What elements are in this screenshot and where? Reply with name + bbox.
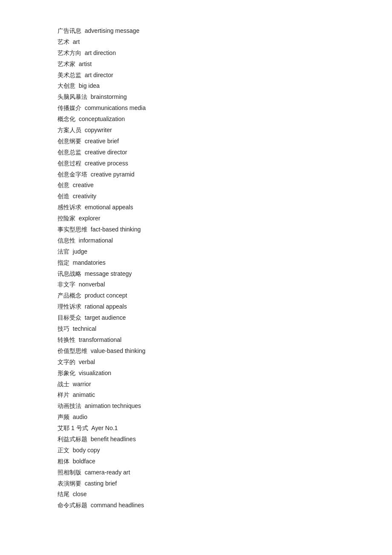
list-item: 指定 mandatories bbox=[58, 257, 334, 269]
term-english: rational appeals bbox=[85, 303, 127, 310]
term-english: creativity bbox=[73, 193, 96, 199]
term-chinese: 法官 bbox=[58, 248, 73, 255]
term-chinese: 感性诉求 bbox=[58, 204, 85, 211]
term-english: warrior bbox=[73, 381, 91, 387]
term-chinese: 指定 bbox=[58, 259, 73, 266]
term-chinese: 战士 bbox=[58, 381, 73, 387]
list-item: 非文字 nonverbal bbox=[58, 279, 334, 290]
term-chinese: 目标受众 bbox=[58, 314, 85, 321]
term-english: audio bbox=[73, 413, 87, 420]
term-chinese: 创意总监 bbox=[58, 149, 85, 156]
list-item: 技巧 technical bbox=[58, 324, 334, 335]
term-english: emotional appeals bbox=[85, 204, 133, 211]
list-item: 概念化 conceptualization bbox=[58, 114, 334, 125]
list-item: 艺术方向 art direction bbox=[58, 48, 334, 59]
term-chinese: 转换性 bbox=[58, 336, 79, 343]
list-item: 战士 warrior bbox=[58, 379, 334, 390]
list-item: 控险家 explorer bbox=[58, 213, 334, 224]
term-english: fact-based thinking bbox=[91, 226, 141, 233]
term-chinese: 文字的 bbox=[58, 358, 79, 365]
list-item: 法官 judge bbox=[58, 246, 334, 257]
term-english: animation techniques bbox=[85, 402, 141, 409]
list-item: 美术总监 art director bbox=[58, 70, 334, 81]
list-item: 理性诉求 rational appeals bbox=[58, 301, 334, 312]
list-item: 艾耶 1 号式 Ayer No.1 bbox=[58, 423, 334, 434]
list-item: 利益式标题 benefit headlines bbox=[58, 434, 334, 445]
term-chinese: 价值型思维 bbox=[58, 347, 91, 354]
list-item: 文字的 verbal bbox=[58, 357, 334, 368]
list-item: 创意总监 creative director bbox=[58, 147, 334, 158]
term-english: creative director bbox=[85, 149, 127, 156]
term-chinese: 讯息战略 bbox=[58, 270, 85, 277]
term-chinese: 事实型思维 bbox=[58, 226, 91, 233]
term-chinese: 命令式标题 bbox=[58, 502, 91, 509]
list-item: 粗体 boldface bbox=[58, 456, 334, 467]
term-english: body copy bbox=[73, 447, 100, 454]
term-english: informational bbox=[79, 237, 113, 244]
term-chinese: 艺术家 bbox=[58, 61, 79, 67]
term-english: target audience bbox=[85, 314, 126, 321]
term-english: casting brief bbox=[85, 480, 117, 487]
term-chinese: 形象化 bbox=[58, 370, 79, 376]
term-english: verbal bbox=[79, 358, 95, 365]
term-english: value-based thinking bbox=[91, 347, 145, 354]
list-item: 广告讯息 advertising message bbox=[58, 26, 334, 37]
list-item: 创意纲要 creative brief bbox=[58, 136, 334, 147]
term-chinese: 创意金字塔 bbox=[58, 171, 91, 178]
list-item: 产品概念 product concept bbox=[58, 290, 334, 301]
term-english: technical bbox=[73, 325, 96, 332]
term-list: 广告讯息 advertising message艺术 art艺术方向 art d… bbox=[58, 26, 334, 511]
term-chinese: 艺术方向 bbox=[58, 49, 85, 56]
term-english: judge bbox=[73, 248, 87, 255]
term-english: boldface bbox=[73, 458, 95, 465]
term-chinese: 粗体 bbox=[58, 458, 73, 465]
list-item: 照相制版 camera-ready art bbox=[58, 467, 334, 478]
list-item: 动画技法 animation techniques bbox=[58, 401, 334, 412]
list-item: 正文 body copy bbox=[58, 445, 334, 456]
list-item: 大创意 big idea bbox=[58, 81, 334, 92]
term-chinese: 照相制版 bbox=[58, 469, 85, 476]
term-english: nonverbal bbox=[79, 281, 105, 288]
term-chinese: 表演纲要 bbox=[58, 480, 85, 487]
term-english: Ayer No.1 bbox=[91, 425, 118, 431]
list-item: 表演纲要 casting brief bbox=[58, 478, 334, 489]
term-english: art director bbox=[85, 72, 113, 78]
term-chinese: 样片 bbox=[58, 391, 73, 398]
list-item: 方案人员 copywriter bbox=[58, 125, 334, 136]
term-english: brainstorming bbox=[91, 93, 127, 100]
term-chinese: 美术总监 bbox=[58, 72, 85, 78]
list-item: 信息性 informational bbox=[58, 235, 334, 246]
term-english: camera-ready art bbox=[85, 469, 130, 476]
list-item: 艺术家 artist bbox=[58, 59, 334, 70]
term-chinese: 动画技法 bbox=[58, 402, 85, 409]
term-chinese: 创意 bbox=[58, 182, 73, 188]
list-item: 事实型思维 fact-based thinking bbox=[58, 224, 334, 235]
term-english: art direction bbox=[85, 49, 116, 56]
list-item: 传播媒介 communications media bbox=[58, 103, 334, 114]
term-english: creative brief bbox=[85, 138, 119, 145]
term-chinese: 结尾 bbox=[58, 491, 73, 497]
term-english: command headlines bbox=[91, 502, 144, 509]
term-chinese: 广告讯息 bbox=[58, 27, 85, 34]
list-item: 头脑风暴法 brainstorming bbox=[58, 92, 334, 103]
term-english: creative bbox=[73, 182, 94, 188]
term-english: creative process bbox=[85, 160, 128, 167]
term-english: close bbox=[73, 491, 87, 497]
term-chinese: 艾耶 1 号式 bbox=[58, 425, 91, 431]
term-english: benefit headlines bbox=[91, 436, 136, 442]
list-item: 样片 animatic bbox=[58, 390, 334, 401]
term-chinese: 控险家 bbox=[58, 215, 79, 222]
term-chinese: 信息性 bbox=[58, 237, 79, 244]
term-chinese: 技巧 bbox=[58, 325, 73, 332]
list-item: 价值型思维 value-based thinking bbox=[58, 346, 334, 357]
term-english: conceptualization bbox=[79, 116, 125, 122]
term-chinese: 大创意 bbox=[58, 82, 79, 89]
term-chinese: 创意纲要 bbox=[58, 138, 85, 145]
list-item: 艺术 art bbox=[58, 37, 334, 48]
list-item: 声频 audio bbox=[58, 412, 334, 423]
term-english: creative pyramid bbox=[91, 171, 135, 178]
term-chinese: 艺术 bbox=[58, 38, 73, 45]
term-chinese: 声频 bbox=[58, 413, 73, 420]
list-item: 目标受众 target audience bbox=[58, 312, 334, 324]
term-chinese: 产品概念 bbox=[58, 292, 85, 299]
